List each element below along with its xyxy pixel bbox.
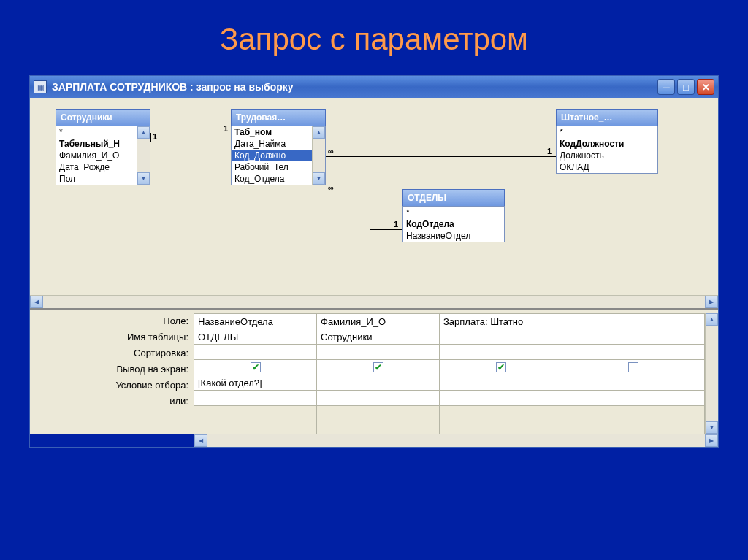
field-item[interactable]: Рабочий_Тел: [232, 161, 312, 173]
scrollbar-vertical[interactable]: ▲ ▼: [312, 126, 325, 185]
relationship-line[interactable]: [326, 193, 370, 193]
cell-criteria[interactable]: [440, 375, 562, 391]
scroll-down-icon[interactable]: ▼: [313, 172, 325, 185]
cell-show[interactable]: [562, 359, 704, 375]
cell-criteria[interactable]: [562, 375, 704, 391]
field-item[interactable]: Табельный_Н: [56, 138, 137, 150]
close-button[interactable]: ✕: [697, 79, 714, 95]
relationships-pane[interactable]: Сотрудники * Табельный_Н Фамилия_И_О Дат…: [30, 98, 718, 310]
relationship-line[interactable]: [326, 156, 556, 157]
cell-sort[interactable]: [440, 344, 562, 360]
field-list[interactable]: * Табельный_Н Фамилия_И_О Дата_Рожде Пол: [56, 126, 137, 185]
table-header[interactable]: Трудовая…: [231, 109, 326, 126]
field-item[interactable]: Пол: [56, 173, 137, 185]
relationship-line: [370, 229, 402, 230]
field-item[interactable]: Код_Отдела: [232, 173, 312, 185]
cell-table[interactable]: ОТДЕЛЫ: [194, 329, 316, 345]
field-list[interactable]: * КодОтдела НазваниеОтдел: [403, 207, 504, 242]
checkbox-checked-icon[interactable]: ✔: [251, 362, 261, 372]
table-header[interactable]: Штатное_…: [556, 109, 658, 126]
scroll-up-icon[interactable]: ▲: [706, 313, 718, 326]
slide-title: Запрос с параметром: [0, 0, 748, 75]
maximize-button[interactable]: □: [677, 79, 695, 95]
cell-show[interactable]: ✔: [440, 359, 562, 375]
field-item[interactable]: Должность: [557, 150, 657, 161]
scroll-up-icon[interactable]: ▲: [313, 126, 325, 139]
label-show: Вывод на экран:: [30, 361, 194, 377]
field-item[interactable]: Дата_Найма: [232, 138, 312, 150]
cell-sort[interactable]: [194, 344, 316, 360]
scroll-down-icon[interactable]: ▼: [137, 172, 150, 185]
cell-table[interactable]: [562, 329, 704, 345]
checkbox-checked-icon[interactable]: ✔: [496, 362, 506, 372]
field-item-selected[interactable]: Код_Должно: [232, 150, 312, 161]
field-item[interactable]: КодОтдела: [403, 218, 504, 230]
table-departments[interactable]: ОТДЕЛЫ * КодОтдела НазваниеОтдел: [402, 189, 505, 242]
cell-field[interactable]: НазваниеОтдела: [194, 313, 316, 329]
query-designer-window: ▦ ЗАРПЛАТА СОТРУДНИКОВ : запрос на выбор…: [29, 75, 719, 448]
scroll-up-icon[interactable]: ▲: [137, 126, 150, 139]
scroll-left-icon[interactable]: ◀: [194, 434, 207, 447]
cell-field[interactable]: Зарплата: Штатно: [440, 313, 562, 329]
field-item[interactable]: Фамилия_И_О: [56, 150, 137, 161]
cell-criteria[interactable]: [Какой отдел?]: [194, 375, 316, 391]
label-criteria: Условие отбора:: [30, 377, 194, 394]
cell-criteria[interactable]: [317, 375, 439, 391]
grid-column[interactable]: НазваниеОтдела ОТДЕЛЫ ✔ [Какой отдел?]: [194, 313, 317, 434]
field-list[interactable]: * КодДолжности Должность ОКЛАД: [557, 126, 657, 173]
cell-or[interactable]: [317, 390, 439, 406]
grid-row-labels: Поле: Имя таблицы: Сортировка: Вывод на …: [30, 310, 194, 434]
checkbox-unchecked-icon[interactable]: [628, 362, 638, 372]
field-item[interactable]: НазваниеОтдел: [403, 230, 504, 242]
relation-cardinality: 1: [224, 124, 228, 133]
scrollbar-vertical[interactable]: ▲ ▼: [705, 313, 718, 434]
field-item[interactable]: *: [403, 207, 504, 218]
relation-cardinality: ∞: [328, 147, 334, 156]
grid-columns[interactable]: НазваниеОтдела ОТДЕЛЫ ✔ [Какой отдел?] Ф…: [194, 313, 705, 434]
table-labor[interactable]: Трудовая… Таб_ном Дата_Найма Код_Должно …: [231, 109, 326, 185]
label-table: Имя таблицы:: [30, 329, 194, 345]
grid-column[interactable]: Зарплата: Штатно ✔: [440, 313, 562, 434]
titlebar: ▦ ЗАРПЛАТА СОТРУДНИКОВ : запрос на выбор…: [30, 76, 718, 98]
table-staff[interactable]: Штатное_… * КодДолжности Должность ОКЛАД: [556, 109, 658, 174]
relationship-line: [150, 133, 151, 142]
cell-or[interactable]: [194, 390, 316, 406]
cell-or[interactable]: [440, 390, 562, 406]
cell-table[interactable]: Сотрудники: [317, 329, 439, 345]
field-item[interactable]: *: [557, 126, 657, 138]
field-item[interactable]: КодДолжности: [557, 138, 657, 150]
field-item[interactable]: ОКЛАД: [557, 161, 657, 173]
cell-field[interactable]: [562, 313, 704, 329]
cell-show[interactable]: ✔: [317, 359, 439, 375]
grid-column[interactable]: Фамилия_И_О Сотрудники ✔: [317, 313, 440, 434]
table-header[interactable]: ОТДЕЛЫ: [402, 189, 505, 206]
label-or: или:: [30, 394, 194, 410]
relation-cardinality: 1: [394, 220, 398, 229]
label-sort: Сортировка:: [30, 345, 194, 361]
relation-cardinality: 1: [547, 147, 552, 156]
scroll-down-icon[interactable]: ▼: [706, 421, 718, 434]
cell-or[interactable]: [562, 390, 704, 406]
relation-cardinality: ∞: [328, 183, 334, 192]
field-item[interactable]: Таб_ном: [232, 126, 312, 138]
scrollbar-horizontal[interactable]: ◀ ▶: [194, 434, 718, 447]
minimize-button[interactable]: ─: [657, 79, 675, 95]
cell-field[interactable]: Фамилия_И_О: [317, 313, 439, 329]
field-item[interactable]: Дата_Рожде: [56, 161, 137, 173]
field-list[interactable]: Таб_ном Дата_Найма Код_Должно Рабочий_Те…: [232, 126, 312, 185]
scroll-right-icon[interactable]: ▶: [705, 434, 718, 447]
table-employees[interactable]: Сотрудники * Табельный_Н Фамилия_И_О Дат…: [56, 109, 150, 185]
scroll-right-icon[interactable]: ▶: [705, 296, 718, 308]
scrollbar-horizontal[interactable]: ◀ ▶: [30, 295, 718, 308]
cell-sort[interactable]: [317, 344, 439, 360]
grid-column[interactable]: [562, 313, 705, 434]
relationship-line[interactable]: [150, 142, 231, 142]
field-item[interactable]: *: [56, 126, 137, 138]
scroll-left-icon[interactable]: ◀: [30, 296, 43, 308]
checkbox-checked-icon[interactable]: ✔: [373, 362, 383, 372]
cell-show[interactable]: ✔: [194, 359, 316, 375]
cell-sort[interactable]: [562, 344, 704, 360]
cell-table[interactable]: [440, 329, 562, 345]
scrollbar-vertical[interactable]: ▲ ▼: [137, 126, 150, 185]
table-header[interactable]: Сотрудники: [56, 109, 150, 126]
